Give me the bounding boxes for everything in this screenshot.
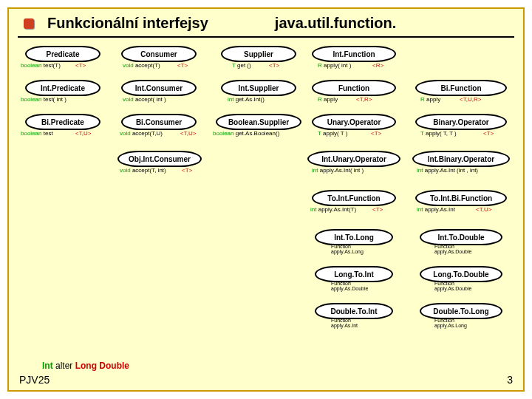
- page-number: 3: [507, 374, 513, 386]
- pill-intfunction: Int.Function: [312, 46, 396, 62]
- pill-doubletolong: Double.To.Long: [420, 303, 502, 319]
- pill-bifunction: Bi.Function: [415, 80, 507, 96]
- sig-biconsumer: void accept(T,U): [120, 130, 163, 137]
- sig-intsupplier: int get.As.Int(): [228, 96, 265, 103]
- sub-longtodouble: Functionapply.As.Double: [434, 281, 471, 291]
- pill-binaryop: Binary.Operator: [415, 114, 507, 130]
- sub-inttolong: Functionapply.As.Long: [331, 244, 364, 254]
- gen-unaryop: <T>: [371, 130, 381, 137]
- sig-consumer: void accept(T): [123, 62, 160, 69]
- pill-doubletoint: Double.To.Int: [315, 303, 393, 319]
- pill-intpredicate: Int.Predicate: [25, 80, 100, 96]
- gen-intfunction: <R>: [372, 62, 383, 69]
- sub-longtoint: Functionapply.As.Double: [331, 281, 368, 291]
- pill-predicate: Predicate: [25, 46, 100, 62]
- pill-intsupplier: Int.Supplier: [221, 80, 296, 96]
- pill-biconsumer: Bi.Consumer: [121, 114, 197, 130]
- sig-intbinaryop: int apply.As.Int (int , int): [417, 167, 478, 174]
- sig-binaryop: T apply( T, T ): [420, 130, 457, 137]
- gen-supplier: <T>: [269, 62, 279, 69]
- gen-binaryop: <T>: [483, 130, 494, 137]
- pill-longtoint: Long.To.Int: [315, 266, 393, 282]
- sub-inttodouble: Functionapply.As.Double: [434, 244, 471, 254]
- gen-bifunction: <T,U,R>: [460, 96, 481, 103]
- title-left: Funkcionální interfejsy: [47, 15, 208, 32]
- pill-objintconsumer: Obj.Int.Consumer: [117, 151, 202, 167]
- sub-doubletoint: Functionapply.As.Int: [331, 318, 358, 328]
- gen-consumer: <T>: [177, 62, 188, 69]
- pill-consumer: Consumer: [121, 46, 197, 62]
- pill-intconsumer: Int.Consumer: [121, 80, 197, 96]
- pill-inttolong: Int.To.Long: [315, 229, 393, 245]
- sig-intconsumer: void accept( int ): [123, 96, 166, 103]
- pill-tointbifunction: To.Int.Bi.Function: [415, 190, 507, 206]
- sig-intpredicate: boolean test( int ): [21, 96, 66, 103]
- slide: Funkcionální interfejsy java.util.functi…: [7, 7, 525, 392]
- sig-tointbifunction: int apply.As.Int: [417, 206, 455, 213]
- header: Funkcionální interfejsy java.util.functi…: [24, 15, 508, 32]
- pill-intunaryop: Int.Unary.Operator: [307, 151, 400, 167]
- sig-unaryop: T apply( T ): [318, 130, 347, 137]
- sub-doubletolong: Functionapply.As.Long: [434, 318, 467, 328]
- pill-bipredicate: Bi.Predicate: [25, 114, 100, 130]
- pill-supplier: Supplier: [221, 46, 296, 62]
- pill-longtodouble: Long.To.Double: [420, 266, 502, 282]
- gen-objintconsumer: <T>: [182, 167, 192, 174]
- gen-tointfunction: <T>: [372, 206, 383, 213]
- sig-supplier: T get (): [232, 62, 251, 69]
- bullet-icon: [24, 18, 34, 29]
- gen-function: <T,R>: [356, 96, 372, 103]
- footer-label: PJV25: [19, 374, 50, 386]
- sig-intunaryop: int apply.As.Int( int ): [312, 167, 364, 174]
- legend: Int alter Long Double: [42, 361, 129, 371]
- sig-objintconsumer: void accept(T, int): [120, 167, 166, 174]
- sig-tointfunction: int apply.As.Int(T): [310, 206, 356, 213]
- pill-unaryop: Unary.Operator: [312, 114, 396, 130]
- pill-tointfunction: To.Int.Function: [312, 190, 396, 206]
- pill-intbinaryop: Int.Binary.Operator: [412, 151, 510, 167]
- pill-inttodouble: Int.To.Double: [420, 229, 502, 245]
- divider: [18, 36, 514, 38]
- gen-bipredicate: <T,U>: [75, 130, 91, 137]
- sig-intfunction: R apply( int ): [318, 62, 351, 69]
- gen-tointbifunction: <T,U>: [476, 206, 491, 213]
- sig-boolsupplier: boolean get.As.Boolean(): [213, 130, 279, 137]
- sig-bifunction: R apply: [420, 96, 440, 103]
- title-right: java.util.function.: [275, 15, 396, 32]
- sig-function: R apply: [318, 96, 338, 103]
- sig-bipredicate: boolean test: [21, 130, 53, 137]
- sig-predicate: boolean test(T): [21, 62, 61, 69]
- gen-biconsumer: <T,U>: [180, 130, 196, 137]
- pill-function: Function: [312, 80, 396, 96]
- gen-predicate: <T>: [75, 62, 86, 69]
- pill-boolsupplier: Boolean.Supplier: [216, 114, 301, 130]
